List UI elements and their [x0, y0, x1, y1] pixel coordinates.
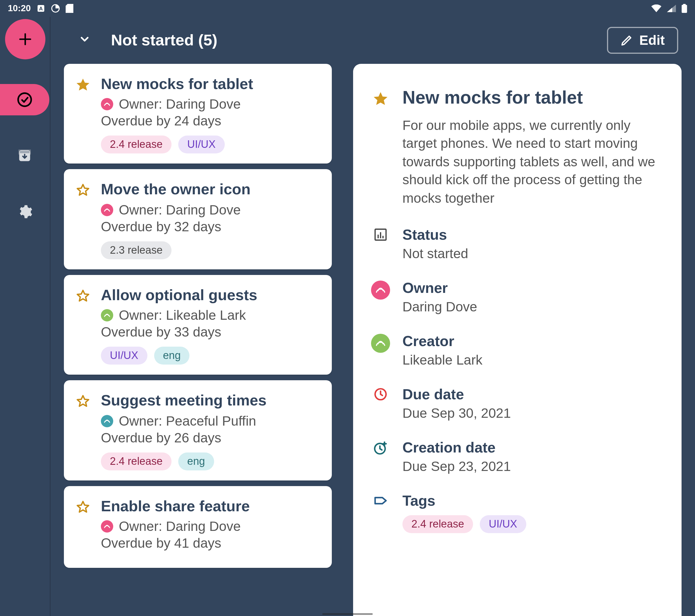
- status-icon: [372, 227, 389, 242]
- task-card[interactable]: New mocks for tabletOwner: Daring DoveOv…: [64, 64, 332, 164]
- task-card[interactable]: Suggest meeting timesOwner: Peaceful Puf…: [64, 380, 332, 480]
- clock-plus-icon: [372, 440, 389, 456]
- task-list[interactable]: New mocks for tabletOwner: Daring DoveOv…: [64, 64, 332, 616]
- task-owner: Owner: Daring Dove: [101, 202, 318, 218]
- star-filled-icon[interactable]: [372, 91, 389, 110]
- owner-icon: [372, 281, 389, 300]
- task-title: Allow optional guests: [101, 286, 318, 304]
- field-value: Not started: [403, 246, 656, 262]
- keyboard-icon: A: [36, 4, 46, 13]
- detail-description: For our mobile apps, we currently only t…: [403, 117, 656, 207]
- tag-icon: [372, 493, 389, 508]
- star-outline-icon[interactable]: [75, 183, 91, 201]
- sd-card-icon: [66, 4, 73, 13]
- task-title: Suggest meeting times: [101, 391, 318, 410]
- star-outline-icon[interactable]: [75, 394, 91, 411]
- avatar-icon: [101, 520, 113, 532]
- tag-chip[interactable]: 2.4 release: [101, 452, 171, 470]
- creator-icon: [372, 334, 389, 353]
- svg-rect-4: [683, 4, 686, 5]
- task-overdue: Overdue by 33 days: [101, 324, 318, 340]
- field-label: Creator: [403, 333, 656, 350]
- tag-chip[interactable]: UI/UX: [101, 347, 147, 365]
- tag-chip[interactable]: 2.4 release: [403, 515, 473, 533]
- svg-rect-3: [681, 5, 687, 13]
- field-status: Status Not started: [372, 226, 656, 262]
- field-value: Daring Dove: [403, 299, 656, 315]
- task-card[interactable]: Enable share featureOwner: Daring DoveOv…: [64, 486, 332, 568]
- nav-archive-button[interactable]: [0, 140, 49, 171]
- wifi-icon: [651, 4, 661, 12]
- field-label: Status: [403, 226, 656, 244]
- nav-settings-button[interactable]: [0, 196, 49, 227]
- field-label: Creation date: [403, 439, 656, 456]
- task-title: Enable share feature: [101, 497, 318, 515]
- field-due-date: Due date Due Sep 30, 2021: [372, 386, 656, 421]
- avatar-icon: [101, 309, 113, 321]
- field-value: Due Sep 23, 2021: [403, 459, 656, 474]
- task-title: Move the owner icon: [101, 181, 318, 199]
- task-owner: Owner: Daring Dove: [101, 96, 318, 112]
- task-title: New mocks for tablet: [101, 75, 318, 93]
- svg-text:A: A: [39, 5, 43, 12]
- svg-point-5: [18, 93, 31, 106]
- task-tags: UI/UXeng: [101, 347, 318, 365]
- statusbar-time: 10:20: [8, 3, 31, 14]
- avatar-icon: [101, 98, 113, 111]
- field-label: Owner: [403, 279, 656, 297]
- detail-pane: New mocks for tablet For our mobile apps…: [353, 64, 681, 616]
- task-tags: 2.3 release: [101, 241, 318, 259]
- task-owner: Owner: Peaceful Puffin: [101, 413, 318, 429]
- task-tags: 2.4 releaseeng: [101, 452, 318, 470]
- chevron-down-icon[interactable]: [79, 33, 91, 48]
- tag-chip[interactable]: 2.3 release: [101, 241, 171, 259]
- task-tags: 2.4 releaseUI/UX: [101, 136, 318, 154]
- field-label: Tags: [403, 492, 656, 510]
- avatar-icon: [101, 415, 113, 427]
- signal-icon: [667, 4, 676, 12]
- pie-icon: [51, 4, 60, 13]
- field-owner: Owner Daring Dove: [372, 279, 656, 315]
- field-label: Due date: [403, 386, 656, 403]
- task-owner: Owner: Likeable Lark: [101, 307, 318, 323]
- task-overdue: Overdue by 24 days: [101, 113, 318, 129]
- avatar-icon: [101, 204, 113, 216]
- detail-tags: 2.4 releaseUI/UX: [403, 515, 656, 533]
- task-overdue: Overdue by 32 days: [101, 219, 318, 235]
- fab-add-button[interactable]: [5, 19, 45, 59]
- field-creator: Creator Likeable Lark: [372, 333, 656, 368]
- detail-title: New mocks for tablet: [403, 87, 583, 108]
- task-card[interactable]: Move the owner iconOwner: Daring DoveOve…: [64, 170, 332, 269]
- field-tags: Tags 2.4 releaseUI/UX: [372, 492, 656, 533]
- nav-rail: [0, 17, 50, 616]
- task-owner: Owner: Daring Dove: [101, 518, 318, 534]
- edit-button[interactable]: Edit: [607, 27, 678, 54]
- task-card[interactable]: Allow optional guestsOwner: Likeable Lar…: [64, 275, 332, 375]
- nav-tasks-button[interactable]: [0, 84, 49, 116]
- task-overdue: Overdue by 41 days: [101, 535, 318, 551]
- field-value: Likeable Lark: [403, 352, 656, 368]
- star-outline-icon[interactable]: [75, 288, 91, 306]
- clock-icon: [372, 387, 389, 402]
- home-indicator: [322, 613, 373, 615]
- star-filled-icon[interactable]: [75, 77, 91, 95]
- section-title: Not started (5): [111, 31, 218, 49]
- topbar: Not started (5) Edit: [50, 17, 695, 64]
- tag-chip[interactable]: eng: [178, 452, 214, 470]
- task-overdue: Overdue by 26 days: [101, 430, 318, 445]
- tag-chip[interactable]: UI/UX: [178, 136, 224, 154]
- statusbar: 10:20 A: [0, 0, 695, 17]
- star-outline-icon[interactable]: [75, 499, 91, 517]
- tag-chip[interactable]: UI/UX: [480, 515, 526, 533]
- edit-button-label: Edit: [639, 33, 665, 48]
- tag-chip[interactable]: eng: [154, 347, 189, 365]
- field-creation-date: Creation date Due Sep 23, 2021: [372, 439, 656, 474]
- battery-icon: [681, 4, 687, 13]
- field-value: Due Sep 30, 2021: [403, 405, 656, 421]
- svg-rect-7: [19, 151, 30, 154]
- tag-chip[interactable]: 2.4 release: [101, 136, 171, 154]
